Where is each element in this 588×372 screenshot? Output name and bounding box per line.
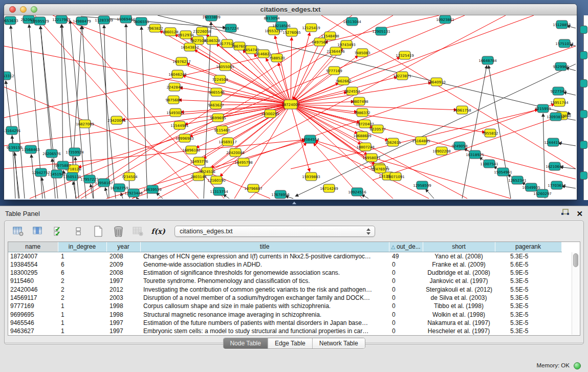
- graph-node[interactable]: [580, 141, 587, 149]
- select-rows-icon[interactable]: [52, 225, 65, 238]
- select-columns-icon[interactable]: [32, 225, 45, 238]
- column-header-in_degree[interactable]: in_degree: [58, 242, 106, 252]
- graph-node[interactable]: 6497568: [312, 38, 328, 46]
- graph-node[interactable]: 9975887: [55, 161, 71, 169]
- graph-node[interactable]: 16976217: [172, 57, 191, 65]
- table-row[interactable]: 1830029562008Estimation of significance …: [8, 269, 561, 277]
- graph-node[interactable]: 22420046: [226, 148, 245, 157]
- graph-node[interactable]: 15164885: [412, 137, 430, 145]
- graph-node[interactable]: 9653633: [4, 16, 18, 25]
- function-builder-icon[interactable]: f(x): [151, 225, 165, 238]
- row-height-icon[interactable]: [72, 225, 85, 238]
- graph-node[interactable]: 11283309: [95, 16, 113, 24]
- graph-node[interactable]: 16648784: [478, 56, 497, 64]
- graph-node[interactable]: 7588520: [269, 54, 285, 62]
- graph-node[interactable]: [580, 79, 587, 87]
- graph-edge[interactable]: [183, 76, 291, 104]
- graph-node[interactable]: [580, 110, 587, 118]
- float-panel-icon[interactable]: [561, 209, 569, 218]
- graph-node[interactable]: 14569117: [219, 138, 237, 146]
- graph-node[interactable]: 7955812: [482, 129, 498, 137]
- graph-node[interactable]: 7234504: [121, 172, 138, 181]
- graph-edge[interactable]: [291, 104, 393, 199]
- graph-node[interactable]: 17703610: [548, 181, 566, 189]
- graph-edge[interactable]: [291, 48, 343, 104]
- graph-edge[interactable]: [4, 104, 291, 146]
- graph-node[interactable]: 10639539: [143, 185, 162, 193]
- graph-node[interactable]: 12125419: [302, 24, 320, 32]
- graph-edge[interactable]: [136, 197, 137, 199]
- graph-node[interactable]: 15493776: [190, 157, 208, 165]
- graph-node[interactable]: 10807498: [350, 97, 368, 105]
- graph-node[interactable]: 16046246: [168, 70, 187, 78]
- graph-edge[interactable]: [31, 155, 36, 199]
- graph-node[interactable]: 9875685: [165, 96, 181, 104]
- network-view-window[interactable]: citations_edges.txt 18724007796382288601…: [4, 4, 577, 200]
- graph-node[interactable]: 9465546: [208, 88, 225, 96]
- graph-node[interactable]: 12905131: [372, 27, 390, 35]
- graph-edge[interactable]: [6, 81, 19, 199]
- graph-edge[interactable]: [104, 25, 109, 199]
- graph-node[interactable]: 12160190: [207, 176, 226, 184]
- table-row[interactable]: 2242004622012Investigating the contribut…: [8, 286, 561, 294]
- table-row[interactable]: 977716911998Corpus callosum shape and si…: [8, 302, 561, 310]
- graph-node[interactable]: 18313044: [343, 17, 361, 26]
- graph-edge[interactable]: [82, 26, 94, 199]
- graph-node[interactable]: 18640910: [427, 78, 446, 86]
- column-header-pagerank[interactable]: pagerank: [495, 242, 561, 252]
- graph-node[interactable]: 7224504: [212, 75, 228, 83]
- graph-node[interactable]: 18724007: [281, 100, 300, 109]
- delete-trash-icon[interactable]: [112, 225, 125, 238]
- graph-edge[interactable]: [179, 100, 291, 104]
- graph-node[interactable]: 7462662: [335, 77, 351, 85]
- graph-node[interactable]: 9463627: [208, 101, 224, 109]
- graph-node[interactable]: [580, 26, 587, 34]
- graph-node[interactable]: 8186328: [204, 36, 220, 45]
- graph-edge[interactable]: [315, 141, 511, 199]
- graph-node[interactable]: 8220577: [369, 125, 385, 133]
- table-scrollbar[interactable]: [572, 252, 579, 335]
- graph-edge[interactable]: [294, 51, 336, 100]
- graph-node[interactable]: 10924516: [348, 188, 366, 196]
- table-row[interactable]: 911546021997Tourette syndrome. Phenomeno…: [8, 277, 561, 285]
- graph-node[interactable]: 8860128: [162, 28, 178, 36]
- graph-node[interactable]: 10796607: [244, 184, 263, 192]
- column-header-year[interactable]: year: [106, 242, 140, 252]
- panel-divider-handle[interactable]: [291, 202, 297, 205]
- table-row[interactable]: 1456911722003Disruption of a novel membe…: [8, 294, 561, 302]
- graph-node[interactable]: 12958599: [413, 181, 431, 189]
- tab-node-table[interactable]: Node Table: [223, 338, 268, 348]
- graph-node[interactable]: 8813054: [264, 15, 280, 22]
- graph-node[interactable]: 7986372: [354, 108, 370, 117]
- graph-node[interactable]: 15939883: [302, 172, 320, 181]
- graph-node[interactable]: 11544981: [170, 121, 189, 129]
- graph-edge[interactable]: [186, 63, 291, 104]
- network-canvas[interactable]: 1872400779638228860128891293423226058982…: [4, 15, 577, 200]
- graph-edge[interactable]: [121, 192, 123, 199]
- graph-node[interactable]: 20206576: [42, 149, 61, 158]
- graph-node[interactable]: 23420046: [107, 116, 126, 124]
- graph-node[interactable]: 10923861: [436, 15, 454, 24]
- column-header-out_de[interactable]: △out_de...: [389, 242, 423, 252]
- graph-node[interactable]: 12217987: [52, 15, 71, 24]
- graph-edge[interactable]: [291, 15, 534, 104]
- graph-node[interactable]: 9115460: [214, 126, 230, 134]
- graph-node[interactable]: 18495798: [234, 158, 253, 166]
- graph-node[interactable]: 7963822: [147, 24, 163, 32]
- background-network-window[interactable]: [583, 15, 588, 200]
- graph-node[interactable]: 10996983: [176, 134, 194, 142]
- graph-edge[interactable]: [105, 188, 108, 199]
- graph-node[interactable]: 15958071: [362, 154, 381, 162]
- graph-node[interactable]: 11007541: [480, 160, 498, 168]
- graph-node[interactable]: 16210643: [546, 162, 564, 170]
- graph-node[interactable]: 8215953: [535, 104, 551, 113]
- column-header-name[interactable]: name: [8, 242, 58, 252]
- graph-edge[interactable]: [15, 152, 18, 199]
- tab-edge-table[interactable]: Edge Table: [268, 338, 313, 348]
- graph-node[interactable]: 16827069: [76, 120, 94, 128]
- graph-node[interactable]: 9139159: [6, 143, 22, 151]
- graph-node[interactable]: 15751074: [555, 39, 574, 48]
- graph-node[interactable]: 18807248: [356, 143, 375, 151]
- graph-node[interactable]: 8912934: [178, 31, 194, 39]
- graph-node[interactable]: 16318925: [466, 150, 484, 159]
